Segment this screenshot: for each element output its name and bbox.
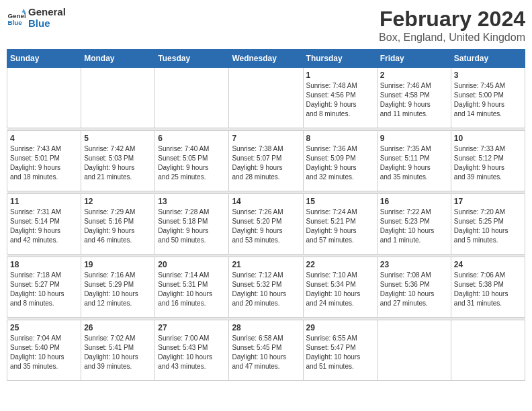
calendar-cell: 29Sunrise: 6:55 AM Sunset: 5:47 PM Dayli… xyxy=(303,320,377,381)
calendar-title: February 2024 xyxy=(379,7,525,32)
day-info: Sunrise: 7:22 AM Sunset: 5:23 PM Dayligh… xyxy=(380,208,448,245)
logo-general: General xyxy=(28,6,66,17)
day-number: 13 xyxy=(158,197,226,206)
day-number: 4 xyxy=(10,134,78,143)
calendar-cell: 7Sunrise: 7:38 AM Sunset: 5:07 PM Daylig… xyxy=(229,131,303,191)
calendar-cell: 15Sunrise: 7:24 AM Sunset: 5:21 PM Dayli… xyxy=(303,194,377,255)
day-number: 15 xyxy=(306,197,374,206)
calendar-cell xyxy=(7,68,81,128)
weekday-header-sunday: Sunday xyxy=(7,50,81,68)
calendar-cell: 1Sunrise: 7:48 AM Sunset: 4:56 PM Daylig… xyxy=(303,68,377,128)
day-number: 16 xyxy=(380,197,448,206)
calendar-cell xyxy=(377,320,451,381)
calendar-cell: 21Sunrise: 7:12 AM Sunset: 5:32 PM Dayli… xyxy=(229,257,303,318)
day-info: Sunrise: 7:08 AM Sunset: 5:36 PM Dayligh… xyxy=(380,271,448,308)
calendar-cell: 3Sunrise: 7:45 AM Sunset: 5:00 PM Daylig… xyxy=(451,68,525,128)
calendar-week-4: 18Sunrise: 7:18 AM Sunset: 5:27 PM Dayli… xyxy=(7,257,525,318)
calendar-cell: 5Sunrise: 7:42 AM Sunset: 5:03 PM Daylig… xyxy=(81,131,155,191)
day-number: 21 xyxy=(232,260,300,269)
day-info: Sunrise: 7:35 AM Sunset: 5:11 PM Dayligh… xyxy=(380,144,448,182)
calendar-cell: 25Sunrise: 7:04 AM Sunset: 5:40 PM Dayli… xyxy=(7,320,81,381)
calendar-cell: 4Sunrise: 7:43 AM Sunset: 5:01 PM Daylig… xyxy=(7,131,81,191)
day-number: 17 xyxy=(454,197,522,206)
day-number: 23 xyxy=(380,260,448,269)
day-info: Sunrise: 7:46 AM Sunset: 4:58 PM Dayligh… xyxy=(380,81,448,119)
calendar-cell: 8Sunrise: 7:36 AM Sunset: 5:09 PM Daylig… xyxy=(303,131,377,191)
day-info: Sunrise: 6:58 AM Sunset: 5:45 PM Dayligh… xyxy=(232,334,300,371)
calendar-cell: 20Sunrise: 7:14 AM Sunset: 5:31 PM Dayli… xyxy=(155,257,229,318)
day-info: Sunrise: 7:06 AM Sunset: 5:38 PM Dayligh… xyxy=(454,271,522,308)
calendar-cell: 27Sunrise: 7:00 AM Sunset: 5:43 PM Dayli… xyxy=(155,320,229,381)
day-number: 7 xyxy=(232,134,300,143)
day-info: Sunrise: 7:45 AM Sunset: 5:00 PM Dayligh… xyxy=(454,81,522,119)
day-number: 2 xyxy=(380,71,448,80)
day-info: Sunrise: 7:31 AM Sunset: 5:14 PM Dayligh… xyxy=(10,208,78,245)
day-info: Sunrise: 7:04 AM Sunset: 5:40 PM Dayligh… xyxy=(10,334,78,371)
calendar-cell: 16Sunrise: 7:22 AM Sunset: 5:23 PM Dayli… xyxy=(377,194,451,255)
weekday-header-tuesday: Tuesday xyxy=(155,50,229,68)
calendar-table: SundayMondayTuesdayWednesdayThursdayFrid… xyxy=(7,49,525,381)
calendar-cell xyxy=(81,68,155,128)
weekday-header-friday: Friday xyxy=(377,50,451,68)
calendar-cell xyxy=(229,68,303,128)
day-number: 26 xyxy=(84,323,152,332)
day-number: 22 xyxy=(306,260,374,269)
calendar-cell: 19Sunrise: 7:16 AM Sunset: 5:29 PM Dayli… xyxy=(81,257,155,318)
day-number: 24 xyxy=(454,260,522,269)
calendar-cell: 10Sunrise: 7:33 AM Sunset: 5:12 PM Dayli… xyxy=(451,131,525,191)
day-info: Sunrise: 7:43 AM Sunset: 5:01 PM Dayligh… xyxy=(10,144,78,182)
calendar-cell: 28Sunrise: 6:58 AM Sunset: 5:45 PM Dayli… xyxy=(229,320,303,381)
calendar-cell: 23Sunrise: 7:08 AM Sunset: 5:36 PM Dayli… xyxy=(377,257,451,318)
weekday-header-saturday: Saturday xyxy=(451,50,525,68)
svg-text:Blue: Blue xyxy=(7,18,22,26)
day-info: Sunrise: 6:55 AM Sunset: 5:47 PM Dayligh… xyxy=(306,334,374,371)
calendar-cell: 12Sunrise: 7:29 AM Sunset: 5:16 PM Dayli… xyxy=(81,194,155,255)
calendar-cell: 13Sunrise: 7:28 AM Sunset: 5:18 PM Dayli… xyxy=(155,194,229,255)
day-number: 12 xyxy=(84,197,152,206)
day-number: 11 xyxy=(10,197,78,206)
day-number: 8 xyxy=(306,134,374,143)
day-number: 14 xyxy=(232,197,300,206)
calendar-cell: 18Sunrise: 7:18 AM Sunset: 5:27 PM Dayli… xyxy=(7,257,81,318)
day-info: Sunrise: 7:42 AM Sunset: 5:03 PM Dayligh… xyxy=(84,144,152,182)
title-area: February 2024 Box, England, United Kingd… xyxy=(379,7,525,44)
day-number: 20 xyxy=(158,260,226,269)
day-info: Sunrise: 7:10 AM Sunset: 5:34 PM Dayligh… xyxy=(306,271,374,308)
calendar-week-5: 25Sunrise: 7:04 AM Sunset: 5:40 PM Dayli… xyxy=(7,320,525,381)
day-number: 19 xyxy=(84,260,152,269)
day-info: Sunrise: 7:26 AM Sunset: 5:20 PM Dayligh… xyxy=(232,208,300,245)
day-info: Sunrise: 7:29 AM Sunset: 5:16 PM Dayligh… xyxy=(84,208,152,245)
day-info: Sunrise: 7:38 AM Sunset: 5:07 PM Dayligh… xyxy=(232,144,300,182)
day-number: 27 xyxy=(158,323,226,332)
day-number: 25 xyxy=(10,323,78,332)
day-number: 1 xyxy=(306,71,374,80)
calendar-cell: 14Sunrise: 7:26 AM Sunset: 5:20 PM Dayli… xyxy=(229,194,303,255)
day-number: 18 xyxy=(10,260,78,269)
calendar-cell: 6Sunrise: 7:40 AM Sunset: 5:05 PM Daylig… xyxy=(155,131,229,191)
logo: General Blue General Blue xyxy=(7,7,66,29)
weekday-header-monday: Monday xyxy=(81,50,155,68)
calendar-cell: 26Sunrise: 7:02 AM Sunset: 5:41 PM Dayli… xyxy=(81,320,155,381)
day-info: Sunrise: 7:18 AM Sunset: 5:27 PM Dayligh… xyxy=(10,271,78,308)
header: General Blue General Blue February 2024 … xyxy=(7,7,525,44)
day-info: Sunrise: 7:00 AM Sunset: 5:43 PM Dayligh… xyxy=(158,334,226,371)
calendar-cell xyxy=(451,320,525,381)
day-info: Sunrise: 7:12 AM Sunset: 5:32 PM Dayligh… xyxy=(232,271,300,308)
calendar-cell: 22Sunrise: 7:10 AM Sunset: 5:34 PM Dayli… xyxy=(303,257,377,318)
day-info: Sunrise: 7:28 AM Sunset: 5:18 PM Dayligh… xyxy=(158,208,226,245)
header-row: SundayMondayTuesdayWednesdayThursdayFrid… xyxy=(7,50,525,68)
day-number: 6 xyxy=(158,134,226,143)
day-number: 3 xyxy=(454,71,522,80)
day-number: 9 xyxy=(380,134,448,143)
day-info: Sunrise: 7:14 AM Sunset: 5:31 PM Dayligh… xyxy=(158,271,226,308)
logo-blue: Blue xyxy=(28,17,50,29)
calendar-cell: 24Sunrise: 7:06 AM Sunset: 5:38 PM Dayli… xyxy=(451,257,525,318)
calendar-cell: 11Sunrise: 7:31 AM Sunset: 5:14 PM Dayli… xyxy=(7,194,81,255)
calendar-subtitle: Box, England, United Kingdom xyxy=(379,32,525,44)
day-info: Sunrise: 7:02 AM Sunset: 5:41 PM Dayligh… xyxy=(84,334,152,371)
day-number: 29 xyxy=(306,323,374,332)
day-number: 5 xyxy=(84,134,152,143)
weekday-header-wednesday: Wednesday xyxy=(229,50,303,68)
day-info: Sunrise: 7:20 AM Sunset: 5:25 PM Dayligh… xyxy=(454,208,522,245)
logo-icon: General Blue xyxy=(7,9,26,28)
